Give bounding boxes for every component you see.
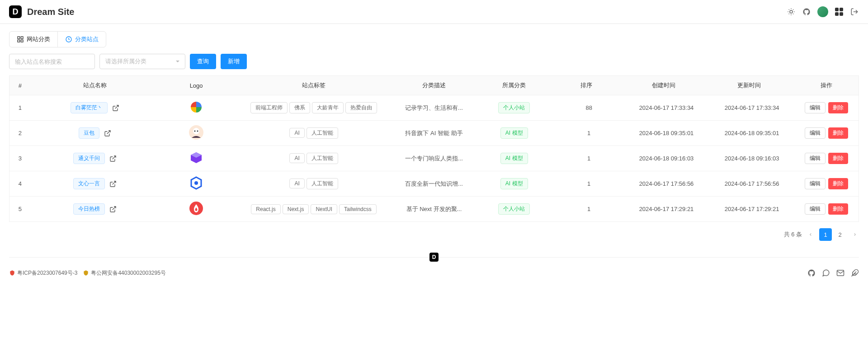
cell-name: 文心一言 [31, 171, 159, 197]
cell-logo [159, 121, 233, 146]
tab-label: 分类站点 [75, 35, 99, 43]
th-desc: 分类描述 [394, 76, 474, 95]
cell-actions: 编辑删除 [795, 171, 859, 197]
gongan-link[interactable]: 粤公网安备44030002003295号 [83, 269, 165, 277]
cell-actions: 编辑删除 [795, 197, 859, 222]
footer: 粤ICP备2023007649号-3 粤公网安备44030002003295号 [0, 267, 868, 286]
svg-point-10 [194, 181, 198, 185]
category-chip: AI 模型 [500, 153, 528, 164]
cell-name: 通义千问 [31, 146, 159, 171]
delete-button[interactable]: 删除 [828, 127, 848, 139]
cell-sort: 1 [554, 171, 624, 197]
cell-updated: 2024-06-17 17:33:34 [709, 95, 795, 121]
user-avatar[interactable] [817, 6, 828, 17]
external-link-icon[interactable] [112, 104, 119, 112]
footer-chat-icon[interactable] [822, 269, 830, 277]
site-link[interactable]: 今日热榜 [73, 203, 105, 215]
sites-table: # 站点名称 Logo 站点标签 分类描述 所属分类 排序 创建时间 更新时间 … [9, 75, 859, 222]
delete-button[interactable]: 删除 [828, 178, 848, 189]
cell-actions: 编辑删除 [795, 121, 859, 146]
edit-button[interactable]: 编辑 [805, 102, 826, 113]
footer-feather-icon[interactable] [851, 269, 859, 277]
cell-desc: 百度全新一代知识增... [394, 171, 474, 197]
edit-button[interactable]: 编辑 [805, 153, 826, 164]
tag-chip: 人工智能 [307, 178, 338, 189]
svg-point-9 [197, 131, 198, 132]
table-row: 3通义千问AI人工智能一个专门响应人类指...AI 模型12024-06-18 … [9, 146, 859, 171]
cell-index: 1 [9, 95, 31, 121]
logout-icon[interactable] [850, 7, 859, 16]
cell-logo [159, 171, 233, 197]
footer-left: 粤ICP备2023007649号-3 粤公网安备44030002003295号 [9, 269, 166, 277]
cell-index: 2 [9, 121, 31, 146]
tab-0[interactable]: 网站分类 [9, 32, 58, 47]
tag-chip: NextUI [311, 204, 337, 214]
tag-chip: 热爱自由 [345, 102, 377, 113]
cell-name: 白雾茫茫丶 [31, 95, 159, 121]
external-link-icon[interactable] [109, 206, 117, 213]
query-button[interactable]: 查询 [190, 54, 216, 69]
th-sort[interactable]: 排序 [554, 76, 624, 95]
prev-page[interactable] [807, 230, 815, 239]
tag-chip: 佛系 [289, 102, 310, 113]
cell-index: 4 [9, 171, 31, 197]
github-icon[interactable] [802, 7, 811, 16]
page-2[interactable]: 2 [834, 228, 846, 241]
search-input[interactable] [9, 54, 95, 69]
cell-category: AI 模型 [474, 171, 554, 197]
delete-button[interactable]: 删除 [828, 153, 848, 164]
icp-link[interactable]: 粤ICP备2023007649号-3 [9, 269, 77, 277]
cell-created: 2024-06-17 17:33:34 [623, 95, 709, 121]
category-select[interactable]: 请选择所属分类 [99, 54, 185, 69]
site-link[interactable]: 文心一言 [73, 178, 105, 189]
site-link[interactable]: 通义千问 [73, 153, 105, 164]
cell-name: 豆包 [31, 121, 159, 146]
site-link[interactable]: 豆包 [79, 127, 99, 139]
apps-icon[interactable] [835, 7, 844, 16]
theme-icon[interactable] [787, 7, 796, 16]
delete-button[interactable]: 删除 [828, 102, 848, 113]
th-created[interactable]: 创建时间 [623, 76, 709, 95]
tab-1[interactable]: 分类站点 [58, 32, 106, 47]
tag-chip: Next.js [283, 204, 309, 214]
cell-created: 2024-06-17 17:29:21 [623, 197, 709, 222]
pagination: 共 6 条 12 [0, 222, 868, 247]
svg-point-11 [189, 202, 203, 215]
external-link-icon[interactable] [109, 180, 117, 188]
external-link-icon[interactable] [104, 130, 111, 137]
new-button[interactable]: 新增 [221, 54, 247, 69]
cell-desc: 基于 Next 开发的聚... [394, 197, 474, 222]
th-actions: 操作 [795, 76, 859, 95]
tab-icon [17, 36, 24, 43]
next-page[interactable] [851, 230, 859, 239]
edit-button[interactable]: 编辑 [805, 203, 826, 215]
tag-chip: AI [289, 178, 304, 188]
header-left: D Dream Site [9, 5, 75, 18]
footer-github-icon[interactable] [807, 269, 816, 277]
cell-logo [159, 197, 233, 222]
logo[interactable]: D [9, 5, 22, 18]
category-chip: 个人小站 [498, 102, 530, 113]
svg-rect-2 [21, 37, 23, 39]
cell-desc: 一个专门响应人类指... [394, 146, 474, 171]
delete-button[interactable]: 删除 [828, 203, 848, 215]
th-logo: Logo [159, 76, 233, 95]
cell-index: 5 [9, 197, 31, 222]
tab-icon [65, 36, 72, 43]
cell-created: 2024-06-17 17:56:56 [623, 171, 709, 197]
cell-sort: 1 [554, 146, 624, 171]
tag-chip: AI [289, 128, 304, 138]
footer-mail-icon[interactable] [836, 269, 844, 277]
th-updated[interactable]: 更新时间 [709, 76, 795, 95]
cell-updated: 2024-06-18 09:16:03 [709, 146, 795, 171]
category-chip: 个人小站 [498, 203, 530, 215]
tag-chip: 人工智能 [307, 153, 338, 164]
external-link-icon[interactable] [109, 155, 117, 162]
edit-button[interactable]: 编辑 [805, 178, 826, 189]
page-1[interactable]: 1 [819, 228, 832, 241]
site-link[interactable]: 白雾茫茫丶 [71, 102, 108, 113]
svg-point-8 [194, 131, 196, 132]
svg-rect-3 [21, 40, 23, 42]
edit-button[interactable]: 编辑 [805, 127, 826, 139]
header: D Dream Site [0, 0, 868, 24]
